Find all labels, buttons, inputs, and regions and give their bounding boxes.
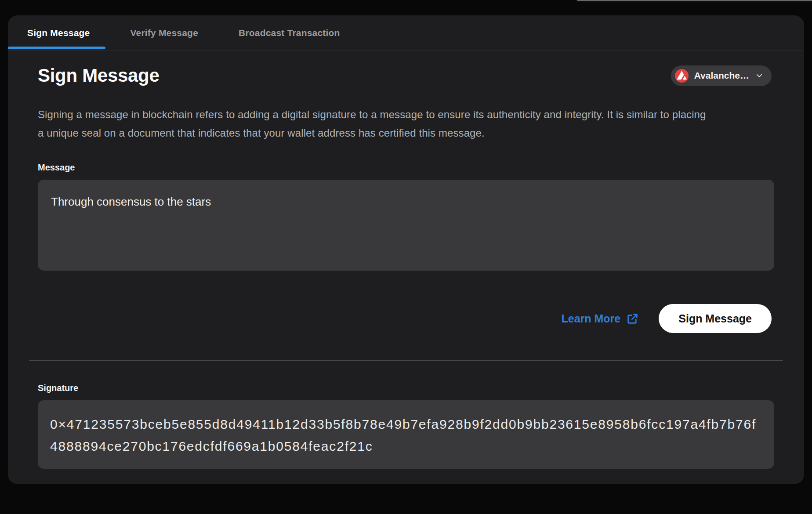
tab-verify-message[interactable]: Verify Message [119, 15, 210, 51]
tab-sign-message[interactable]: Sign Message [16, 15, 101, 51]
network-selector-label: Avalanche… [694, 70, 749, 81]
chevron-down-icon [755, 71, 764, 80]
page-title: Sign Message [38, 65, 160, 86]
tab-bar: Sign Message Verify Message Broadcast Tr… [8, 15, 804, 51]
message-label: Message [38, 163, 774, 173]
tab-broadcast-transaction[interactable]: Broadcast Transaction [227, 15, 352, 51]
learn-more-label: Learn More [562, 312, 621, 325]
tab-label: Sign Message [27, 28, 90, 38]
offscreen-popup-edge [577, 0, 812, 1]
signature-output: 0×471235573bceb5e855d8d49411b12d33b5f8b7… [38, 400, 774, 469]
learn-more-link[interactable]: Learn More [562, 312, 639, 325]
signature-value: 0×471235573bceb5e855d8d49411b12d33b5f8b7… [50, 417, 756, 453]
network-selector[interactable]: Avalanche… [671, 65, 772, 86]
tab-label: Verify Message [130, 28, 198, 38]
actions-row: Learn More Sign Message [8, 304, 804, 333]
header-row: Sign Message Avalanche… [8, 51, 804, 86]
signature-label: Signature [38, 383, 774, 393]
tool-card: Sign Message Verify Message Broadcast Tr… [8, 15, 804, 484]
section-divider [29, 360, 783, 361]
message-textarea[interactable]: Through consensus to the stars [38, 180, 774, 271]
avalanche-logo-icon [675, 69, 689, 83]
tab-label: Broadcast Transaction [239, 28, 340, 38]
description-text: Signing a message in blockchain refers t… [38, 105, 714, 142]
sign-message-button[interactable]: Sign Message [659, 304, 772, 333]
external-link-icon [627, 313, 638, 325]
